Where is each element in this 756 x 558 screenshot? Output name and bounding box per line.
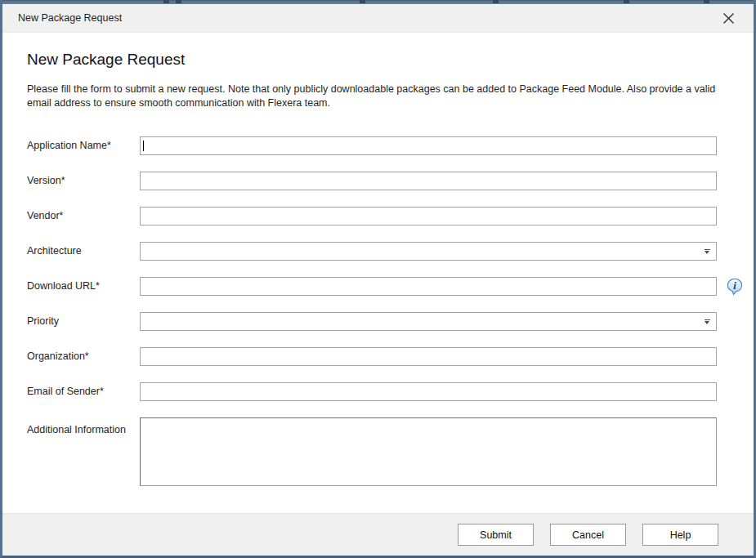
cancel-button[interactable]: Cancel: [550, 524, 626, 546]
form-row-vendor: Vendor*: [27, 207, 717, 225]
background-artifact: [163, 0, 169, 3]
email-of-sender-input[interactable]: [140, 382, 717, 401]
form-row-additional-info: Additional Information: [27, 417, 717, 486]
vendor-label: Vendor*: [27, 207, 140, 221]
form-row-email: Email of Sender*: [27, 382, 717, 401]
background-artifact: [176, 0, 181, 3]
background-artifact: [493, 0, 499, 3]
organization-input[interactable]: [140, 347, 717, 366]
vendor-input[interactable]: [140, 207, 717, 225]
additional-information-textarea[interactable]: [140, 417, 717, 486]
application-name-label: Application Name*: [27, 136, 140, 151]
background-window-edge: [2, 0, 754, 4]
priority-label: Priority: [27, 312, 140, 327]
email-of-sender-label: Email of Sender*: [27, 382, 140, 397]
request-form: Application Name* Version* Vendor* Archi…: [27, 136, 717, 486]
submit-button[interactable]: Submit: [458, 524, 534, 546]
download-url-label: Download URL*: [27, 277, 140, 292]
dialog-footer: Submit Cancel Help: [2, 513, 754, 556]
form-row-architecture: Architecture: [27, 242, 717, 261]
form-row-organization: Organization*: [27, 347, 717, 366]
chevron-down-icon: [705, 319, 710, 324]
form-row-priority: Priority: [27, 312, 717, 331]
info-icon[interactable]: i: [725, 277, 745, 297]
background-artifact: [624, 0, 629, 3]
architecture-label: Architecture: [27, 242, 140, 257]
page-description: Please fill the form to submit a new req…: [27, 83, 735, 109]
form-row-application-name: Application Name*: [27, 136, 717, 155]
close-icon[interactable]: [719, 9, 737, 27]
svg-text:i: i: [733, 280, 736, 292]
background-artifact: [360, 0, 365, 3]
form-row-version: Version*: [27, 172, 717, 190]
priority-dropdown[interactable]: [140, 312, 717, 331]
application-name-input[interactable]: [140, 136, 717, 155]
title-bar[interactable]: New Package Request: [2, 4, 754, 33]
version-label: Version*: [27, 172, 140, 186]
architecture-dropdown[interactable]: [140, 242, 717, 261]
additional-information-label: Additional Information: [27, 417, 140, 435]
new-package-request-dialog: New Package Request New Package Request …: [0, 0, 756, 558]
form-row-download-url: Download URL*: [27, 277, 717, 296]
background-artifact: [704, 0, 709, 3]
help-button[interactable]: Help: [642, 524, 718, 546]
version-input[interactable]: [140, 172, 717, 190]
dialog-content: New Package Request Please fill the form…: [2, 33, 754, 513]
download-url-input[interactable]: [140, 277, 717, 296]
organization-label: Organization*: [27, 347, 140, 362]
page-title: New Package Request: [27, 50, 717, 69]
chevron-down-icon: [705, 249, 710, 254]
window-title: New Package Request: [18, 12, 719, 24]
